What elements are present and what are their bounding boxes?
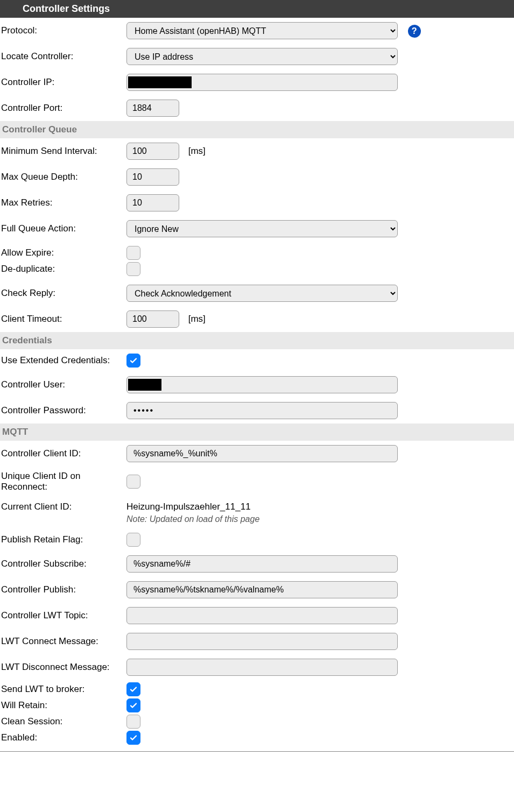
max-retries-input[interactable] <box>126 194 179 211</box>
use-extended-credentials-checkbox[interactable] <box>126 354 140 368</box>
client-timeout-input[interactable] <box>126 310 179 328</box>
clean-session-label: Clean Session: <box>0 714 125 730</box>
de-duplicate-label: De-duplicate: <box>0 261 125 280</box>
publish-retain-flag-label: Publish Retain Flag: <box>0 528 125 551</box>
unique-client-id-label-line1: Unique Client ID on <box>1 471 80 481</box>
full-queue-action-select[interactable]: Ignore New <box>126 220 398 237</box>
controller-user-label: Controller User: <box>0 372 125 398</box>
min-send-interval-input[interactable] <box>126 143 179 160</box>
controller-port-input[interactable] <box>126 100 179 117</box>
send-lwt-checkbox[interactable] <box>126 682 140 696</box>
de-duplicate-checkbox[interactable] <box>126 262 140 276</box>
check-reply-label: Check Reply: <box>0 280 125 306</box>
controller-subscribe-input[interactable] <box>126 555 398 573</box>
unique-client-id-checkbox[interactable] <box>126 475 140 489</box>
controller-client-id-input[interactable] <box>126 445 398 462</box>
client-timeout-label: Client Timeout: <box>0 306 125 332</box>
send-lwt-label: Send LWT to broker: <box>0 680 125 697</box>
current-client-id-label: Current Client ID: <box>0 497 125 512</box>
controller-ip-label: Controller IP: <box>0 69 125 95</box>
controller-password-input[interactable] <box>126 402 398 419</box>
section-credentials: Credentials <box>0 332 514 349</box>
unique-client-id-label: Unique Client ID on Reconnect: <box>0 467 125 497</box>
current-client-id-value: Heizung-Impulszaehler_11_11 <box>125 497 514 512</box>
will-retain-label: Will Retain: <box>0 697 125 714</box>
section-controller-queue: Controller Queue <box>0 121 514 138</box>
controller-client-id-label: Controller Client ID: <box>0 441 125 467</box>
help-icon[interactable]: ? <box>408 25 421 38</box>
controller-password-label: Controller Password: <box>0 398 125 423</box>
section-mqtt: MQTT <box>0 423 514 441</box>
lwt-connect-message-input[interactable] <box>126 633 398 650</box>
controller-lwt-topic-label: Controller LWT Topic: <box>0 603 125 629</box>
controller-ip-input[interactable] <box>126 74 398 91</box>
controller-user-input[interactable] <box>126 376 398 393</box>
current-client-id-note: Note: Updated on load of this page <box>125 512 514 528</box>
controller-port-label: Controller Port: <box>0 95 125 121</box>
allow-expire-label: Allow Expire: <box>0 242 125 261</box>
full-queue-action-label: Full Queue Action: <box>0 216 125 242</box>
locate-controller-label: Locate Controller: <box>0 44 125 69</box>
max-retries-label: Max Retries: <box>0 190 125 216</box>
enabled-checkbox[interactable] <box>126 731 140 745</box>
unique-client-id-label-line2: Reconnect: <box>1 482 47 492</box>
allow-expire-checkbox[interactable] <box>126 246 140 260</box>
controller-subscribe-label: Controller Subscribe: <box>0 551 125 577</box>
max-queue-depth-label: Max Queue Depth: <box>0 164 125 190</box>
protocol-label: Protocol: <box>0 18 125 44</box>
protocol-select[interactable]: Home Assistant (openHAB) MQTT <box>126 22 398 39</box>
will-retain-checkbox[interactable] <box>126 698 140 712</box>
lwt-connect-message-label: LWT Connect Message: <box>0 629 125 654</box>
lwt-disconnect-message-input[interactable] <box>126 659 398 676</box>
enabled-label: Enabled: <box>0 730 125 749</box>
check-reply-select[interactable]: Check Acknowledgement <box>126 285 398 302</box>
controller-lwt-topic-input[interactable] <box>126 607 398 624</box>
lwt-disconnect-message-label: LWT Disconnect Message: <box>0 654 125 680</box>
clean-session-checkbox[interactable] <box>126 715 140 729</box>
page-title: Controller Settings <box>0 0 514 18</box>
controller-publish-input[interactable] <box>126 581 398 598</box>
unit-ms: [ms] <box>188 146 206 156</box>
use-extended-credentials-label: Use Extended Credentials: <box>0 349 125 372</box>
bottom-divider <box>0 751 514 752</box>
locate-controller-select[interactable]: Use IP address <box>126 48 398 65</box>
min-send-interval-label: Minimum Send Interval: <box>0 138 125 164</box>
unit-ms: [ms] <box>188 314 206 324</box>
publish-retain-flag-checkbox[interactable] <box>126 533 140 547</box>
max-queue-depth-input[interactable] <box>126 168 179 186</box>
controller-publish-label: Controller Publish: <box>0 577 125 603</box>
